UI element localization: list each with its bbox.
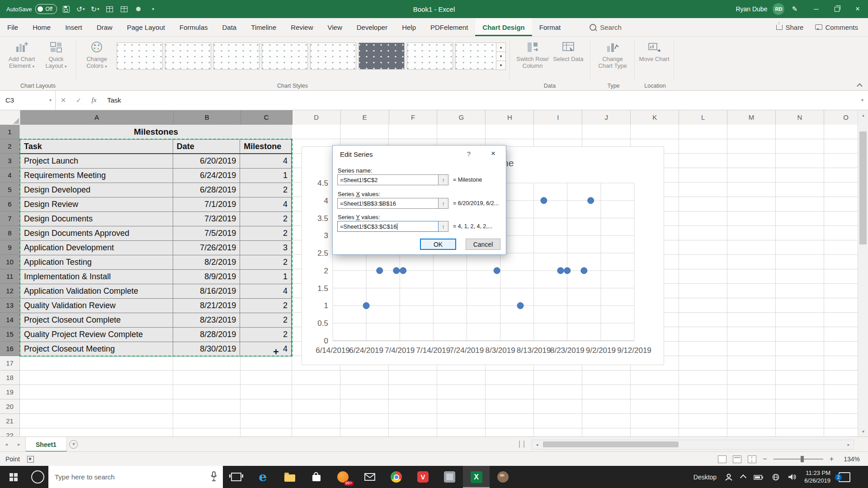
- ribbon-tab-file[interactable]: File: [0, 18, 25, 36]
- cell[interactable]: Task: [20, 140, 173, 154]
- restore-button[interactable]: [826, 0, 847, 18]
- vertical-scrollbar[interactable]: ▴ ▾: [858, 110, 868, 436]
- column-header-K[interactable]: K: [631, 110, 679, 125]
- tab-split-handle[interactable]: [519, 441, 524, 448]
- excel-taskbar-button[interactable]: X: [463, 466, 490, 488]
- data-point[interactable]: [581, 267, 587, 274]
- data-point[interactable]: [393, 267, 400, 274]
- chart-style-4[interactable]: [262, 42, 308, 70]
- zoom-level[interactable]: 134%: [840, 455, 860, 463]
- qat-table2-button[interactable]: [118, 3, 129, 15]
- cell[interactable]: 1: [240, 270, 292, 284]
- series-x-values-input[interactable]: =Sheet1!$B$3:$B$16: [337, 198, 439, 209]
- cell[interactable]: 2: [240, 299, 292, 313]
- volume-icon[interactable]: [788, 474, 796, 480]
- chart-style-8[interactable]: [455, 42, 501, 70]
- column-header-L[interactable]: L: [679, 110, 727, 125]
- row-header-19[interactable]: 19: [0, 385, 20, 399]
- column-header-G[interactable]: G: [437, 110, 486, 125]
- column-header-H[interactable]: H: [486, 110, 534, 125]
- row-header-7[interactable]: 7: [0, 211, 20, 226]
- chart-style-5[interactable]: [310, 42, 356, 70]
- people-icon[interactable]: [725, 474, 733, 481]
- gray-app-button[interactable]: [436, 466, 463, 488]
- cell[interactable]: Project Launch: [20, 154, 173, 169]
- cell[interactable]: Design Documents Approved: [20, 226, 173, 241]
- row-header-17[interactable]: 17: [0, 356, 20, 371]
- comments-button[interactable]: Comments: [815, 23, 858, 31]
- cell[interactable]: Requirements Meeting: [20, 169, 173, 183]
- row-header-13[interactable]: 13: [0, 298, 20, 313]
- ribbon-tab-page-layout[interactable]: Page Layout: [120, 18, 172, 36]
- scroll-left-button[interactable]: ◂: [532, 442, 542, 447]
- cell[interactable]: 6/28/2019: [173, 183, 241, 197]
- ribbon-tab-draw[interactable]: Draw: [90, 18, 120, 36]
- row-header-12[interactable]: 12: [0, 284, 20, 298]
- cell[interactable]: 7/5/2019: [173, 226, 241, 241]
- column-header-F[interactable]: F: [389, 110, 438, 125]
- chart-style-1[interactable]: [117, 42, 163, 70]
- column-header-D[interactable]: D: [292, 110, 341, 125]
- view-normal-button[interactable]: [718, 455, 726, 463]
- row-header-11[interactable]: 11: [0, 269, 20, 284]
- cell[interactable]: Project Closeout Meeting: [20, 342, 173, 357]
- cell[interactable]: Implementation & Install: [20, 270, 173, 284]
- scroll-down-button[interactable]: ▾: [858, 426, 868, 436]
- qat-record-button[interactable]: [133, 3, 144, 15]
- avatar[interactable]: RD: [773, 3, 784, 15]
- data-point[interactable]: [517, 302, 524, 309]
- row-header-16[interactable]: 16: [0, 342, 20, 356]
- cell[interactable]: 2: [240, 183, 292, 197]
- share-button[interactable]: Share: [776, 23, 803, 31]
- battery-icon[interactable]: [754, 474, 764, 480]
- row-header-2[interactable]: 2: [0, 139, 20, 154]
- row-header-20[interactable]: 20: [0, 399, 20, 414]
- ok-button[interactable]: OK: [420, 239, 456, 250]
- new-sheet-button[interactable]: +: [67, 437, 80, 452]
- ribbon-tab-format[interactable]: Format: [532, 18, 568, 36]
- row-header-8[interactable]: 8: [0, 226, 20, 240]
- cell[interactable]: 2: [240, 328, 292, 342]
- cell[interactable]: 1: [240, 169, 292, 183]
- formula-input[interactable]: Task: [102, 96, 121, 104]
- minimize-button[interactable]: [806, 0, 826, 18]
- column-header-I[interactable]: I: [534, 110, 582, 125]
- cell[interactable]: Date: [173, 140, 241, 154]
- cell[interactable]: Application Development: [20, 241, 173, 255]
- row-header-9[interactable]: 9: [0, 240, 20, 255]
- cell[interactable]: 6/20/2019: [173, 154, 241, 169]
- gallery-more-button[interactable]: ▾: [496, 61, 506, 70]
- data-point[interactable]: [557, 267, 564, 274]
- task-view-button[interactable]: [223, 466, 250, 488]
- collapse-dialog-button[interactable]: ↑: [439, 198, 448, 209]
- collapse-dialog-button[interactable]: ↑: [439, 174, 448, 185]
- select-data-button[interactable]: Select Data: [552, 39, 584, 80]
- table-title-cell[interactable]: Milestones: [20, 125, 292, 139]
- sheet-tab-sheet1[interactable]: Sheet1: [25, 437, 67, 452]
- cell[interactable]: 7/3/2019: [173, 212, 241, 226]
- badged-app-button[interactable]: 99+: [330, 466, 356, 488]
- zoom-slider[interactable]: [774, 459, 823, 460]
- select-all-button[interactable]: [0, 110, 20, 125]
- quick-layout-button[interactable]: Quick Layout ▾: [40, 39, 72, 80]
- dialog-close-button[interactable]: ×: [486, 149, 500, 158]
- data-point[interactable]: [377, 267, 383, 274]
- column-header-A[interactable]: A: [20, 110, 174, 125]
- scroll-up-button[interactable]: ▴: [858, 110, 868, 120]
- cell[interactable]: 8/2/2019: [173, 255, 241, 270]
- cell[interactable]: Quality Project Review Complete: [20, 328, 173, 342]
- column-header-N[interactable]: N: [776, 110, 824, 125]
- cell[interactable]: 4: [240, 284, 292, 299]
- expand-formula-bar-button[interactable]: ▾: [861, 98, 863, 103]
- series-name-input[interactable]: =Sheet1!$C$2: [337, 174, 439, 185]
- move-chart-button[interactable]: Move Chart: [638, 39, 670, 80]
- cortana-button[interactable]: [27, 466, 48, 488]
- collapse-dialog-button[interactable]: ↑: [439, 221, 448, 232]
- cell[interactable]: Application Validation Complete: [20, 284, 173, 299]
- series-y-values-input[interactable]: =Sheet1!$C$3:$C$16: [337, 221, 439, 232]
- dialog-help-button[interactable]: ?: [463, 150, 475, 158]
- ribbon-tab-pdfelement[interactable]: PDFelement: [423, 18, 475, 36]
- cell[interactable]: Milestone: [240, 140, 292, 154]
- cell[interactable]: 8/9/2019: [173, 270, 241, 284]
- formula-enter-button[interactable]: ✓: [71, 90, 86, 110]
